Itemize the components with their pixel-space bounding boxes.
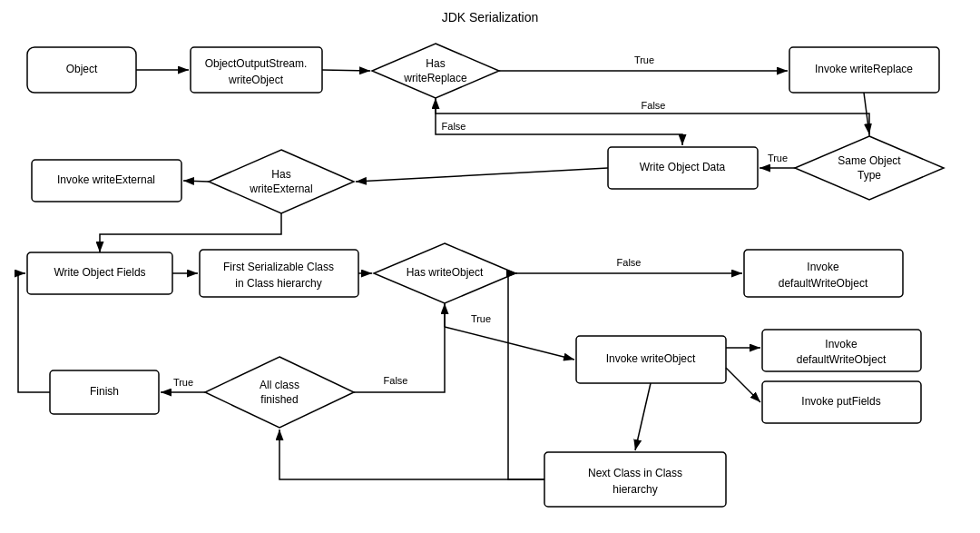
- node-finish: Finish: [50, 370, 159, 414]
- svg-text:Object: Object: [66, 63, 98, 75]
- svg-marker-38: [205, 357, 354, 428]
- svg-text:False: False: [642, 100, 666, 111]
- svg-marker-16: [209, 150, 354, 213]
- svg-text:Type: Type: [858, 169, 881, 182]
- svg-line-62: [445, 327, 574, 360]
- flowchart: JDK Serialization Object ObjectOutputStr…: [0, 0, 980, 533]
- svg-line-65: [726, 368, 760, 402]
- svg-text:writeReplace: writeReplace: [403, 72, 467, 84]
- svg-line-47: [322, 70, 370, 71]
- svg-text:All class: All class: [260, 379, 299, 391]
- node-invoke-default-write-object-1: Invoke defaultWriteObject: [744, 250, 903, 297]
- node-write-object-data: Write Object Data: [608, 147, 758, 189]
- node-has-write-replace: Has writeReplace: [372, 44, 499, 98]
- svg-text:True: True: [634, 54, 654, 65]
- svg-line-56: [183, 181, 209, 182]
- svg-text:finished: finished: [260, 393, 298, 406]
- node-invoke-default-write-object-2: Invoke defaultWriteObject: [762, 330, 921, 371]
- svg-text:writeExternal: writeExternal: [249, 183, 312, 195]
- svg-text:Invoke putFields: Invoke putFields: [801, 395, 880, 408]
- node-invoke-put-fields: Invoke putFields: [762, 381, 921, 423]
- node-has-write-object: Has writeObject: [374, 243, 515, 303]
- svg-text:False: False: [617, 257, 642, 268]
- svg-text:Invoke writeReplace: Invoke writeReplace: [815, 63, 913, 75]
- svg-text:Invoke: Invoke: [807, 261, 839, 273]
- node-invoke-write-replace: Invoke writeReplace: [789, 47, 939, 93]
- svg-text:Invoke writeExternal: Invoke writeExternal: [57, 173, 155, 186]
- svg-text:False: False: [384, 375, 408, 386]
- diagram-title: JDK Serialization: [442, 10, 539, 25]
- node-object: Object: [27, 47, 136, 93]
- svg-text:False: False: [442, 121, 466, 132]
- svg-text:Finish: Finish: [90, 385, 119, 398]
- svg-text:True: True: [173, 377, 193, 388]
- svg-marker-11: [795, 136, 944, 200]
- svg-text:Has: Has: [271, 168, 290, 181]
- svg-marker-6: [372, 44, 499, 98]
- svg-text:Same Object: Same Object: [838, 154, 901, 167]
- svg-text:defaultWriteObject: defaultWriteObject: [779, 277, 868, 290]
- node-first-serializable: First Serializable Class in Class hierar…: [200, 250, 358, 297]
- svg-text:Invoke writeObject: Invoke writeObject: [606, 352, 696, 365]
- svg-text:Invoke: Invoke: [825, 338, 858, 350]
- svg-text:writeObject: writeObject: [228, 74, 284, 86]
- svg-line-55: [356, 168, 608, 182]
- svg-text:First Serializable Class: First Serializable Class: [223, 261, 334, 273]
- node-next-class: Next Class in Class hierarchy: [544, 452, 726, 507]
- node-invoke-write-external: Invoke writeExternal: [32, 160, 181, 202]
- node-all-class-finished: All class finished: [205, 357, 354, 428]
- svg-text:Write Object Fields: Write Object Fields: [54, 266, 145, 279]
- svg-text:True: True: [471, 313, 491, 324]
- svg-line-66: [635, 383, 651, 450]
- node-oos: ObjectOutputStream. writeObject: [191, 47, 322, 93]
- svg-text:Next Class in Class: Next Class in Class: [588, 467, 682, 479]
- svg-text:defaultWriteObject: defaultWriteObject: [797, 353, 887, 366]
- node-invoke-write-object: Invoke writeObject: [576, 336, 726, 383]
- svg-text:ObjectOutputStream.: ObjectOutputStream.: [205, 57, 308, 70]
- svg-text:hierarchy: hierarchy: [612, 483, 657, 496]
- node-write-object-fields: Write Object Fields: [27, 252, 172, 294]
- svg-text:Has: Has: [426, 57, 445, 70]
- svg-text:Write Object Data: Write Object Data: [640, 161, 726, 173]
- svg-text:Has writeObject: Has writeObject: [407, 266, 484, 279]
- node-has-write-external: Has writeExternal: [209, 150, 354, 213]
- diagram-container: JDK Serialization Object ObjectOutputStr…: [0, 0, 980, 533]
- svg-text:True: True: [768, 153, 788, 163]
- node-same-object-type: Same Object Type: [795, 136, 944, 200]
- svg-text:in Class hierarchy: in Class hierarchy: [235, 277, 321, 290]
